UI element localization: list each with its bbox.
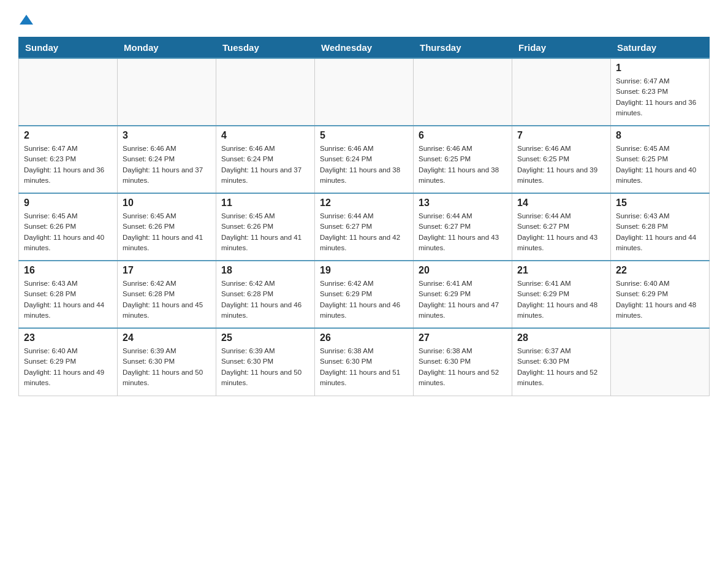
calendar-cell: 11Sunrise: 6:45 AMSunset: 6:26 PMDayligh… <box>216 193 315 261</box>
calendar-cell: 13Sunrise: 6:44 AMSunset: 6:27 PMDayligh… <box>414 193 512 261</box>
calendar-cell: 12Sunrise: 6:44 AMSunset: 6:27 PMDayligh… <box>315 193 414 261</box>
calendar-cell: 8Sunrise: 6:45 AMSunset: 6:25 PMDaylight… <box>611 126 710 193</box>
day-info: Sunrise: 6:46 AMSunset: 6:24 PMDaylight:… <box>123 144 211 186</box>
day-info: Sunrise: 6:42 AMSunset: 6:28 PMDaylight:… <box>221 278 309 321</box>
day-number: 9 <box>24 197 112 209</box>
day-number: 11 <box>221 197 309 209</box>
calendar-cell: 17Sunrise: 6:42 AMSunset: 6:28 PMDayligh… <box>118 261 216 328</box>
day-number: 14 <box>517 197 605 209</box>
day-info: Sunrise: 6:44 AMSunset: 6:27 PMDaylight:… <box>517 211 605 253</box>
day-number: 7 <box>517 130 605 141</box>
day-number: 3 <box>123 130 211 141</box>
day-number: 20 <box>419 265 507 276</box>
header-monday: Monday <box>118 37 216 59</box>
calendar-cell: 19Sunrise: 6:42 AMSunset: 6:29 PMDayligh… <box>315 261 414 328</box>
calendar-cell: 22Sunrise: 6:40 AMSunset: 6:29 PMDayligh… <box>611 261 710 328</box>
calendar-cell: 16Sunrise: 6:43 AMSunset: 6:28 PMDayligh… <box>19 261 118 328</box>
day-info: Sunrise: 6:40 AMSunset: 6:29 PMDaylight:… <box>616 278 704 321</box>
calendar-cell: 5Sunrise: 6:46 AMSunset: 6:24 PMDaylight… <box>315 126 414 193</box>
day-number: 8 <box>616 130 704 141</box>
day-info: Sunrise: 6:46 AMSunset: 6:25 PMDaylight:… <box>419 144 507 186</box>
day-info: Sunrise: 6:46 AMSunset: 6:24 PMDaylight:… <box>320 144 408 186</box>
day-info: Sunrise: 6:47 AMSunset: 6:23 PMDaylight:… <box>24 144 112 186</box>
day-info: Sunrise: 6:38 AMSunset: 6:30 PMDaylight:… <box>419 346 507 388</box>
day-number: 22 <box>616 265 704 276</box>
day-number: 12 <box>320 197 408 209</box>
header-thursday: Thursday <box>414 37 512 59</box>
day-info: Sunrise: 6:47 AMSunset: 6:23 PMDaylight:… <box>616 76 704 118</box>
calendar-cell <box>414 58 512 126</box>
day-number: 21 <box>517 265 605 276</box>
week-row-3: 9Sunrise: 6:45 AMSunset: 6:26 PMDaylight… <box>19 193 710 261</box>
calendar-cell: 10Sunrise: 6:45 AMSunset: 6:26 PMDayligh… <box>118 193 216 261</box>
day-number: 24 <box>123 332 211 343</box>
calendar-cell <box>611 328 710 396</box>
page-header <box>18 12 710 26</box>
weekday-header-row: Sunday Monday Tuesday Wednesday Thursday… <box>19 37 710 59</box>
calendar-cell: 1Sunrise: 6:47 AMSunset: 6:23 PMDaylight… <box>611 58 710 126</box>
day-number: 2 <box>24 130 112 141</box>
header-tuesday: Tuesday <box>216 37 315 59</box>
calendar-cell <box>216 58 315 126</box>
calendar-cell <box>118 58 216 126</box>
day-info: Sunrise: 6:43 AMSunset: 6:28 PMDaylight:… <box>616 211 704 253</box>
day-info: Sunrise: 6:38 AMSunset: 6:30 PMDaylight:… <box>320 346 408 388</box>
calendar-cell: 28Sunrise: 6:37 AMSunset: 6:30 PMDayligh… <box>512 328 611 396</box>
day-info: Sunrise: 6:42 AMSunset: 6:29 PMDaylight:… <box>320 278 408 321</box>
day-info: Sunrise: 6:39 AMSunset: 6:30 PMDaylight:… <box>221 346 309 388</box>
calendar-cell <box>19 58 118 126</box>
day-number: 1 <box>616 63 704 74</box>
day-info: Sunrise: 6:41 AMSunset: 6:29 PMDaylight:… <box>517 278 605 321</box>
day-info: Sunrise: 6:39 AMSunset: 6:30 PMDaylight:… <box>123 346 211 388</box>
calendar-cell: 18Sunrise: 6:42 AMSunset: 6:28 PMDayligh… <box>216 261 315 328</box>
day-number: 10 <box>123 197 211 209</box>
day-number: 27 <box>419 332 507 343</box>
day-info: Sunrise: 6:44 AMSunset: 6:27 PMDaylight:… <box>320 211 408 253</box>
calendar-cell: 26Sunrise: 6:38 AMSunset: 6:30 PMDayligh… <box>315 328 414 396</box>
day-number: 5 <box>320 130 408 141</box>
calendar-cell: 2Sunrise: 6:47 AMSunset: 6:23 PMDaylight… <box>19 126 118 193</box>
calendar-cell: 23Sunrise: 6:40 AMSunset: 6:29 PMDayligh… <box>19 328 118 396</box>
day-info: Sunrise: 6:43 AMSunset: 6:28 PMDaylight:… <box>24 278 112 321</box>
svg-marker-0 <box>20 15 33 25</box>
calendar-cell: 25Sunrise: 6:39 AMSunset: 6:30 PMDayligh… <box>216 328 315 396</box>
day-info: Sunrise: 6:45 AMSunset: 6:26 PMDaylight:… <box>24 211 112 253</box>
logo-triangle-icon <box>20 13 33 26</box>
calendar-cell: 24Sunrise: 6:39 AMSunset: 6:30 PMDayligh… <box>118 328 216 396</box>
calendar-cell: 9Sunrise: 6:45 AMSunset: 6:26 PMDaylight… <box>19 193 118 261</box>
day-info: Sunrise: 6:44 AMSunset: 6:27 PMDaylight:… <box>419 211 507 253</box>
header-wednesday: Wednesday <box>315 37 414 59</box>
day-info: Sunrise: 6:40 AMSunset: 6:29 PMDaylight:… <box>24 346 112 388</box>
calendar-cell: 20Sunrise: 6:41 AMSunset: 6:29 PMDayligh… <box>414 261 512 328</box>
calendar-cell <box>512 58 611 126</box>
calendar-cell: 6Sunrise: 6:46 AMSunset: 6:25 PMDaylight… <box>414 126 512 193</box>
calendar-cell <box>315 58 414 126</box>
calendar-cell: 27Sunrise: 6:38 AMSunset: 6:30 PMDayligh… <box>414 328 512 396</box>
day-info: Sunrise: 6:45 AMSunset: 6:26 PMDaylight:… <box>221 211 309 253</box>
day-info: Sunrise: 6:46 AMSunset: 6:25 PMDaylight:… <box>517 144 605 186</box>
calendar-cell: 21Sunrise: 6:41 AMSunset: 6:29 PMDayligh… <box>512 261 611 328</box>
calendar-cell: 7Sunrise: 6:46 AMSunset: 6:25 PMDaylight… <box>512 126 611 193</box>
day-number: 4 <box>221 130 309 141</box>
header-friday: Friday <box>512 37 611 59</box>
day-info: Sunrise: 6:41 AMSunset: 6:29 PMDaylight:… <box>419 278 507 321</box>
day-number: 25 <box>221 332 309 343</box>
day-number: 18 <box>221 265 309 276</box>
header-sunday: Sunday <box>19 37 118 59</box>
day-number: 23 <box>24 332 112 343</box>
calendar-cell: 15Sunrise: 6:43 AMSunset: 6:28 PMDayligh… <box>611 193 710 261</box>
calendar-cell: 14Sunrise: 6:44 AMSunset: 6:27 PMDayligh… <box>512 193 611 261</box>
week-row-4: 16Sunrise: 6:43 AMSunset: 6:28 PMDayligh… <box>19 261 710 328</box>
day-info: Sunrise: 6:45 AMSunset: 6:25 PMDaylight:… <box>616 144 704 186</box>
day-number: 6 <box>419 130 507 141</box>
week-row-2: 2Sunrise: 6:47 AMSunset: 6:23 PMDaylight… <box>19 126 710 193</box>
day-info: Sunrise: 6:42 AMSunset: 6:28 PMDaylight:… <box>123 278 211 321</box>
header-saturday: Saturday <box>611 37 710 59</box>
day-number: 15 <box>616 197 704 209</box>
day-info: Sunrise: 6:45 AMSunset: 6:26 PMDaylight:… <box>123 211 211 253</box>
calendar-cell: 3Sunrise: 6:46 AMSunset: 6:24 PMDaylight… <box>118 126 216 193</box>
logo <box>18 12 33 26</box>
calendar-table: Sunday Monday Tuesday Wednesday Thursday… <box>18 37 710 396</box>
day-number: 16 <box>24 265 112 276</box>
day-info: Sunrise: 6:46 AMSunset: 6:24 PMDaylight:… <box>221 144 309 186</box>
